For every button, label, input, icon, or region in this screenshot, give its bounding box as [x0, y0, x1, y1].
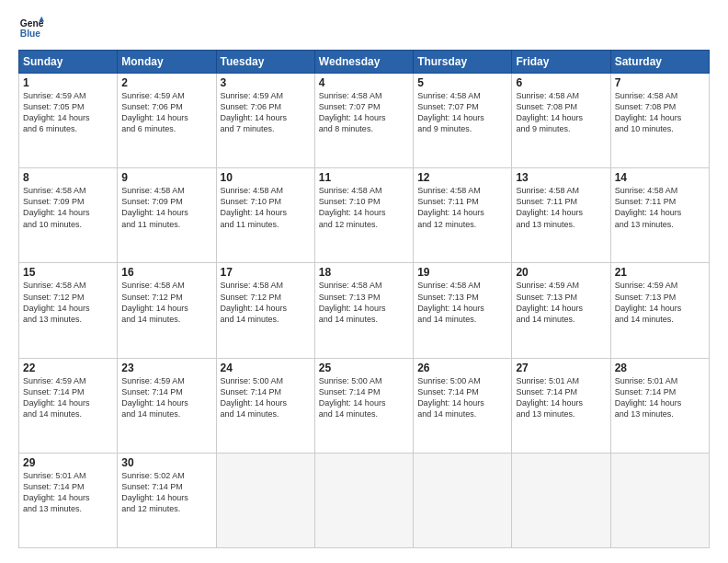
day-number: 8 [23, 171, 113, 184]
day-number: 15 [23, 266, 113, 279]
day-info: Sunrise: 5:01 AM Sunset: 7:14 PM Dayligh… [516, 375, 606, 420]
day-info: Sunrise: 4:58 AM Sunset: 7:12 PM Dayligh… [23, 280, 113, 325]
day-info: Sunrise: 4:58 AM Sunset: 7:12 PM Dayligh… [221, 280, 311, 325]
day-info: Sunrise: 4:58 AM Sunset: 7:07 PM Dayligh… [319, 90, 409, 135]
table-row [314, 453, 413, 547]
table-row: 27Sunrise: 5:01 AM Sunset: 7:14 PM Dayli… [512, 358, 610, 453]
table-row: 10Sunrise: 4:58 AM Sunset: 7:10 PM Dayli… [216, 168, 314, 263]
day-info: Sunrise: 4:58 AM Sunset: 7:11 PM Dayligh… [417, 185, 507, 230]
table-row: 9Sunrise: 4:58 AM Sunset: 7:09 PM Daylig… [118, 168, 216, 263]
day-info: Sunrise: 4:58 AM Sunset: 7:09 PM Dayligh… [23, 185, 113, 230]
table-row: 25Sunrise: 5:00 AM Sunset: 7:14 PM Dayli… [314, 358, 413, 453]
day-number: 26 [417, 362, 507, 374]
table-row: 24Sunrise: 5:00 AM Sunset: 7:14 PM Dayli… [216, 358, 314, 453]
day-number: 28 [615, 362, 705, 374]
day-info: Sunrise: 4:58 AM Sunset: 7:08 PM Dayligh… [516, 90, 606, 135]
day-number: 24 [221, 362, 311, 374]
day-number: 14 [615, 171, 705, 184]
day-number: 5 [417, 76, 507, 89]
table-row: 6Sunrise: 4:58 AM Sunset: 7:08 PM Daylig… [512, 74, 610, 168]
table-row: 16Sunrise: 4:58 AM Sunset: 7:12 PM Dayli… [118, 263, 216, 358]
page: General Blue Sunday Monday Tuesday Wedne… [0, 0, 728, 563]
day-number: 22 [23, 362, 113, 374]
table-row: 3Sunrise: 4:59 AM Sunset: 7:06 PM Daylig… [216, 74, 314, 168]
day-info: Sunrise: 4:58 AM Sunset: 7:08 PM Dayligh… [615, 90, 705, 135]
table-row: 13Sunrise: 4:58 AM Sunset: 7:11 PM Dayli… [512, 168, 610, 263]
day-info: Sunrise: 4:58 AM Sunset: 7:13 PM Dayligh… [417, 280, 507, 325]
table-row: 30Sunrise: 5:02 AM Sunset: 7:14 PM Dayli… [118, 453, 216, 547]
day-number: 17 [221, 266, 311, 279]
header: General Blue [18, 15, 710, 40]
table-row: 22Sunrise: 4:59 AM Sunset: 7:14 PM Dayli… [19, 358, 118, 453]
table-row: 18Sunrise: 4:58 AM Sunset: 7:13 PM Dayli… [314, 263, 413, 358]
day-number: 20 [516, 266, 606, 279]
day-number: 27 [516, 362, 606, 374]
day-info: Sunrise: 4:59 AM Sunset: 7:14 PM Dayligh… [121, 375, 211, 420]
day-number: 7 [615, 76, 705, 89]
col-wednesday: Wednesday [314, 51, 413, 74]
day-info: Sunrise: 5:01 AM Sunset: 7:14 PM Dayligh… [615, 375, 705, 420]
col-friday: Friday [512, 51, 610, 74]
day-info: Sunrise: 4:58 AM Sunset: 7:07 PM Dayligh… [417, 90, 507, 135]
col-saturday: Saturday [610, 51, 709, 74]
table-row: 1Sunrise: 4:59 AM Sunset: 7:05 PM Daylig… [19, 74, 118, 168]
logo: General Blue [18, 15, 48, 40]
day-info: Sunrise: 5:01 AM Sunset: 7:14 PM Dayligh… [23, 470, 113, 515]
table-row: 20Sunrise: 4:59 AM Sunset: 7:13 PM Dayli… [512, 263, 610, 358]
day-info: Sunrise: 4:58 AM Sunset: 7:09 PM Dayligh… [121, 185, 211, 230]
day-info: Sunrise: 5:00 AM Sunset: 7:14 PM Dayligh… [417, 375, 507, 420]
table-row: 8Sunrise: 4:58 AM Sunset: 7:09 PM Daylig… [19, 168, 118, 263]
table-row: 15Sunrise: 4:58 AM Sunset: 7:12 PM Dayli… [19, 263, 118, 358]
day-info: Sunrise: 5:00 AM Sunset: 7:14 PM Dayligh… [221, 375, 311, 420]
day-number: 1 [23, 76, 113, 89]
day-number: 19 [417, 266, 507, 279]
col-tuesday: Tuesday [216, 51, 314, 74]
day-number: 23 [121, 362, 211, 374]
calendar-header-row: Sunday Monday Tuesday Wednesday Thursday… [19, 51, 710, 74]
day-number: 11 [319, 171, 409, 184]
day-number: 6 [516, 76, 606, 89]
day-info: Sunrise: 5:00 AM Sunset: 7:14 PM Dayligh… [319, 375, 409, 420]
day-info: Sunrise: 4:58 AM Sunset: 7:10 PM Dayligh… [319, 185, 409, 230]
day-info: Sunrise: 4:59 AM Sunset: 7:05 PM Dayligh… [23, 90, 113, 135]
day-number: 21 [615, 266, 705, 279]
calendar-table: Sunday Monday Tuesday Wednesday Thursday… [18, 50, 710, 548]
day-number: 13 [516, 171, 606, 184]
table-row [512, 453, 610, 547]
day-number: 18 [319, 266, 409, 279]
table-row: 17Sunrise: 4:58 AM Sunset: 7:12 PM Dayli… [216, 263, 314, 358]
day-number: 12 [417, 171, 507, 184]
table-row: 23Sunrise: 4:59 AM Sunset: 7:14 PM Dayli… [118, 358, 216, 453]
table-row: 14Sunrise: 4:58 AM Sunset: 7:11 PM Dayli… [610, 168, 709, 263]
col-sunday: Sunday [19, 51, 118, 74]
table-row: 4Sunrise: 4:58 AM Sunset: 7:07 PM Daylig… [314, 74, 413, 168]
table-row: 21Sunrise: 4:59 AM Sunset: 7:13 PM Dayli… [610, 263, 709, 358]
table-row: 12Sunrise: 4:58 AM Sunset: 7:11 PM Dayli… [414, 168, 512, 263]
day-number: 25 [319, 362, 409, 374]
table-row: 26Sunrise: 5:00 AM Sunset: 7:14 PM Dayli… [414, 358, 512, 453]
day-number: 3 [221, 76, 311, 89]
table-row: 7Sunrise: 4:58 AM Sunset: 7:08 PM Daylig… [610, 74, 709, 168]
day-number: 9 [121, 171, 211, 184]
table-row [414, 453, 512, 547]
table-row [216, 453, 314, 547]
table-row: 5Sunrise: 4:58 AM Sunset: 7:07 PM Daylig… [414, 74, 512, 168]
day-info: Sunrise: 4:59 AM Sunset: 7:14 PM Dayligh… [23, 375, 113, 420]
table-row: 19Sunrise: 4:58 AM Sunset: 7:13 PM Dayli… [414, 263, 512, 358]
day-info: Sunrise: 5:02 AM Sunset: 7:14 PM Dayligh… [121, 470, 211, 515]
table-row: 29Sunrise: 5:01 AM Sunset: 7:14 PM Dayli… [19, 453, 118, 547]
day-info: Sunrise: 4:59 AM Sunset: 7:13 PM Dayligh… [516, 280, 606, 325]
day-info: Sunrise: 4:59 AM Sunset: 7:13 PM Dayligh… [615, 280, 705, 325]
table-row: 11Sunrise: 4:58 AM Sunset: 7:10 PM Dayli… [314, 168, 413, 263]
day-info: Sunrise: 4:58 AM Sunset: 7:10 PM Dayligh… [221, 185, 311, 230]
logo-icon: General Blue [18, 15, 44, 40]
day-info: Sunrise: 4:59 AM Sunset: 7:06 PM Dayligh… [221, 90, 311, 135]
table-row: 28Sunrise: 5:01 AM Sunset: 7:14 PM Dayli… [610, 358, 709, 453]
table-row: 2Sunrise: 4:59 AM Sunset: 7:06 PM Daylig… [118, 74, 216, 168]
day-info: Sunrise: 4:59 AM Sunset: 7:06 PM Dayligh… [121, 90, 211, 135]
day-number: 2 [121, 76, 211, 89]
day-number: 29 [23, 456, 113, 469]
col-thursday: Thursday [414, 51, 512, 74]
table-row [610, 453, 709, 547]
day-number: 16 [121, 266, 211, 279]
